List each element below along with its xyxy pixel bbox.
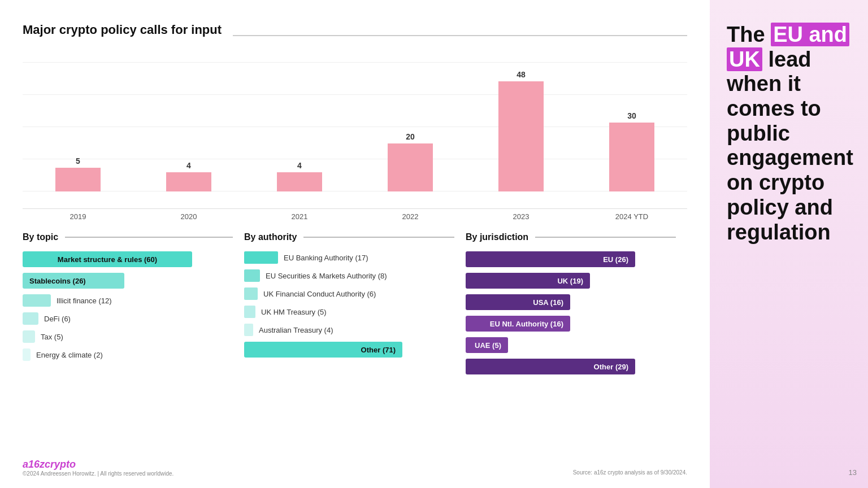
- by-authority-section: By authority EU Banking Authority (17) E…: [244, 232, 466, 447]
- topic-swatch-energy: [23, 348, 31, 361]
- by-topic-divider: [65, 237, 233, 238]
- auth-swatch-uk-fca: [244, 287, 258, 300]
- juris-uae: UAE (5): [466, 337, 676, 353]
- bar-value-2022: 20: [406, 132, 415, 141]
- topic-bar-stablecoins: Stablecoins (26): [23, 273, 124, 289]
- auth-label-aus-treasury: Australian Treasury (4): [259, 326, 333, 334]
- juris-bar-uk: UK (19): [466, 273, 590, 289]
- bottom-sections: By topic Market structure & rules (60) S…: [23, 232, 687, 447]
- topic-label-defi: DeFi (6): [44, 315, 71, 323]
- juris-uk: UK (19): [466, 273, 676, 289]
- topic-bar-market-structure: Market structure & rules (60): [23, 251, 192, 267]
- footer-right: Source: a16z crypto analysis as of 9/30/…: [573, 467, 687, 477]
- topic-label-energy: Energy & climate (2): [36, 351, 103, 359]
- auth-bar-other: Other (71): [244, 342, 402, 358]
- heading-the: The: [727, 23, 771, 46]
- by-authority-title-row: By authority: [244, 232, 454, 242]
- juris-bar-eu: EU (26): [466, 251, 635, 267]
- by-jurisdiction-divider: [535, 237, 676, 238]
- title-divider: [233, 35, 687, 36]
- bar-value-2020: 4: [186, 161, 191, 170]
- bars-container: 5 4 4 20 48: [23, 62, 687, 191]
- title-row: Major crypto policy calls for input: [23, 23, 687, 49]
- year-label-2021: 2021: [244, 212, 355, 221]
- auth-uk-fca: UK Financial Conduct Authority (6): [244, 287, 454, 300]
- year-label-2019: 2019: [23, 212, 133, 221]
- heading-rest: lead when it comes to public engagement …: [727, 47, 853, 244]
- bar-rect-2020: [166, 172, 211, 191]
- by-jurisdiction-title-row: By jurisdiction: [466, 232, 676, 242]
- logo: a16zcrypto: [23, 459, 76, 470]
- page-number: 13: [849, 468, 857, 477]
- topic-stablecoins: Stablecoins (26): [23, 273, 233, 289]
- bar-2019: 5: [23, 62, 133, 191]
- juris-eu: EU (26): [466, 251, 676, 267]
- bar-2020: 4: [133, 62, 244, 191]
- by-topic-title: By topic: [23, 232, 58, 242]
- auth-label-uk-fca: UK Financial Conduct Authority (6): [263, 290, 376, 298]
- year-label-2024: 2024 YTD: [576, 212, 687, 221]
- bar-2022: 20: [355, 62, 466, 191]
- bar-value-2021: 4: [297, 161, 302, 170]
- bar-2024: 30: [576, 62, 687, 191]
- auth-other: Other (71): [244, 342, 454, 358]
- year-label-2022: 2022: [355, 212, 466, 221]
- highlight-uk: UK: [727, 47, 762, 71]
- auth-aus-treasury: Australian Treasury (4): [244, 324, 454, 336]
- auth-label-eu-securities: EU Securities & Markets Authority (8): [266, 272, 387, 280]
- auth-uk-hm: UK HM Treasury (5): [244, 306, 454, 318]
- juris-bar-eu-ntl: EU Ntl. Authority (16): [466, 316, 570, 332]
- topic-label-tax: Tax (5): [41, 333, 63, 341]
- bar-value-2019: 5: [76, 156, 80, 165]
- topic-illicit-finance: Illicit finance (12): [23, 294, 233, 307]
- auth-swatch-uk-hm: [244, 306, 255, 318]
- topic-tax: Tax (5): [23, 330, 233, 343]
- footer-left: a16zcrypto ©2024 Andreessen Horowitz. | …: [23, 459, 173, 477]
- auth-swatch-eu-securities: [244, 269, 260, 282]
- juris-bar-other: Other (29): [466, 359, 635, 374]
- topic-swatch-tax: [23, 330, 35, 343]
- footer-source: Source: a16z crypto analysis as of 9/30/…: [573, 469, 687, 476]
- right-panel: The EU and UK lead when it comes to publ…: [710, 0, 868, 488]
- topic-swatch-illicit: [23, 294, 51, 307]
- right-heading: The EU and UK lead when it comes to publ…: [727, 23, 851, 245]
- bar-value-2024: 30: [627, 111, 636, 120]
- bar-chart: 5 4 4 20 48: [23, 62, 687, 209]
- bar-rect-2024: [609, 123, 654, 191]
- juris-bar-uae: UAE (5): [466, 337, 508, 353]
- juris-eu-ntl: EU Ntl. Authority (16): [466, 316, 676, 332]
- topic-market-structure: Market structure & rules (60): [23, 251, 233, 267]
- year-label-2023: 2023: [466, 212, 576, 221]
- juris-usa: USA (16): [466, 294, 676, 310]
- year-label-2020: 2020: [133, 212, 244, 221]
- by-authority-title: By authority: [244, 232, 297, 242]
- auth-eu-securities: EU Securities & Markets Authority (8): [244, 269, 454, 282]
- by-jurisdiction-title: By jurisdiction: [466, 232, 528, 242]
- bar-value-2023: 48: [517, 70, 526, 79]
- copyright: ©2024 Andreessen Horowitz. | All rights …: [23, 470, 173, 477]
- topic-energy: Energy & climate (2): [23, 348, 233, 361]
- by-authority-divider: [303, 237, 454, 238]
- bar-2023: 48: [466, 62, 576, 191]
- bar-2021: 4: [244, 62, 355, 191]
- main-content: Major crypto policy calls for input 5 4: [0, 0, 710, 488]
- auth-label-eu-banking: EU Banking Authority (17): [284, 254, 368, 262]
- highlight-eu: EU and: [771, 23, 849, 46]
- page-title: Major crypto policy calls for input: [23, 23, 222, 37]
- auth-swatch-aus-treasury: [244, 324, 253, 336]
- footer: a16zcrypto ©2024 Andreessen Horowitz. | …: [23, 454, 687, 477]
- year-labels: 2019 2020 2021 2022 2023 2024 YTD: [23, 212, 687, 221]
- auth-label-uk-hm: UK HM Treasury (5): [261, 308, 327, 316]
- topic-swatch-defi: [23, 312, 38, 325]
- bar-rect-2022: [388, 143, 433, 191]
- bar-rect-2021: [277, 172, 322, 191]
- bar-rect-2023: [498, 81, 544, 191]
- topic-label-illicit: Illicit finance (12): [57, 297, 112, 305]
- auth-eu-banking: EU Banking Authority (17): [244, 251, 454, 264]
- bar-rect-2019: [55, 168, 101, 191]
- auth-swatch-eu-banking: [244, 251, 278, 264]
- by-topic-title-row: By topic: [23, 232, 233, 242]
- juris-bar-usa: USA (16): [466, 294, 570, 310]
- by-topic-section: By topic Market structure & rules (60) S…: [23, 232, 244, 447]
- by-jurisdiction-section: By jurisdiction EU (26) UK (19) USA (16)…: [466, 232, 687, 447]
